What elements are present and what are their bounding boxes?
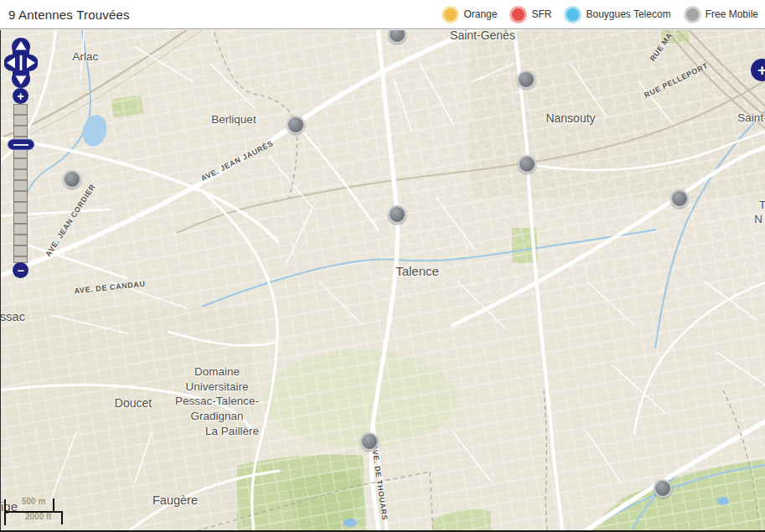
pan-compass[interactable] — [4, 37, 38, 89]
map[interactable]: ArlacBerliquetSaint-GenèsNansoutyTalence… — [0, 30, 765, 532]
pan-compass-icon — [4, 37, 38, 89]
legend-item-orange[interactable]: Orange — [442, 6, 497, 23]
legend-item-free-mobile[interactable]: Free Mobile — [684, 6, 758, 23]
free-mobile-dot-icon — [684, 6, 701, 23]
zoom-slider-track[interactable] — [13, 104, 28, 263]
zoom-out-button[interactable]: − — [13, 262, 28, 278]
zoom-slider-handle[interactable] — [8, 139, 34, 150]
legend-label: Orange — [463, 8, 497, 20]
header: 9 Antennes Trouvées OrangeSFRBouygues Te… — [0, 0, 765, 29]
legend-item-sfr[interactable]: SFR — [509, 6, 551, 23]
expand-map-button[interactable]: + — [751, 59, 765, 81]
map-controls: + − + — [1, 30, 765, 530]
legend-label: SFR — [531, 8, 551, 20]
page: 9 Antennes Trouvées OrangeSFRBouygues Te… — [0, 0, 765, 532]
page-title: 9 Antennes Trouvées — [8, 8, 130, 22]
legend-label: Free Mobile — [706, 8, 758, 20]
legend-item-bouygues-telecom[interactable]: Bouygues Telecom — [564, 6, 670, 23]
legend: OrangeSFRBouygues TelecomFree Mobile — [442, 6, 758, 23]
zoom-in-button[interactable]: + — [13, 88, 28, 104]
orange-dot-icon — [442, 6, 459, 23]
sfr-dot-icon — [509, 6, 527, 23]
bouygues-telecom-dot-icon — [564, 6, 582, 23]
legend-label: Bouygues Telecom — [586, 8, 670, 20]
zoom-handle-grip-icon — [13, 144, 28, 146]
